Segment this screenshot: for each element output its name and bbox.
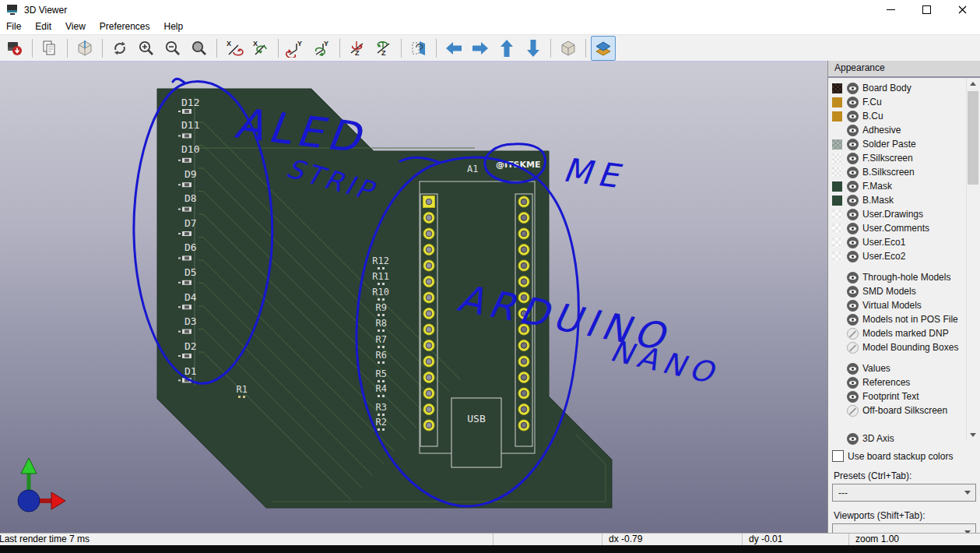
layer-row-bsilkscreen[interactable]: B.Silkscreen — [832, 165, 964, 179]
layer-row-user-comments[interactable]: User.Comments — [832, 221, 964, 235]
stackup-colors-option[interactable]: Use board stackup colors — [832, 450, 980, 462]
visibility-eye-icon[interactable] — [847, 83, 859, 94]
rotate-y-cw-button[interactable]: Y — [283, 36, 308, 61]
visibility-eye-icon[interactable] — [847, 153, 859, 164]
layer-row-adhesive[interactable]: Adhesive — [832, 123, 964, 137]
visibility-slash-icon[interactable] — [847, 405, 859, 417]
presets-dropdown[interactable]: --- — [832, 484, 976, 502]
visibility-eye-icon[interactable] — [847, 209, 859, 220]
model-row-bounding-boxes[interactable]: Model Bounding Boxes — [832, 340, 964, 354]
zoom-fit-button[interactable] — [187, 36, 212, 61]
stackup-checkbox[interactable] — [832, 450, 844, 462]
menu-help[interactable]: Help — [157, 19, 191, 34]
close-button[interactable] — [944, 0, 980, 19]
menu-file[interactable]: File — [0, 19, 28, 34]
move-up-button[interactable] — [494, 36, 519, 61]
row-3d-axis[interactable]: 3D Axis — [832, 431, 964, 446]
visibility-eye-icon[interactable] — [847, 314, 859, 326]
layer-color-swatch[interactable] — [832, 125, 842, 136]
visibility-eye-icon[interactable] — [847, 286, 859, 298]
layer-list-scrollbar[interactable] — [966, 78, 979, 441]
copy-image-button[interactable] — [37, 36, 62, 61]
scroll-up-button[interactable] — [967, 78, 979, 90]
orthographic-view-button[interactable] — [556, 36, 581, 61]
move-left-button[interactable] — [441, 36, 466, 61]
rotate-x-ccw-button[interactable]: X — [248, 36, 273, 61]
ref-d10: D10 — [181, 143, 199, 155]
zoom-in-button[interactable] — [134, 36, 159, 61]
visibility-eye-icon[interactable] — [847, 223, 859, 234]
visibility-eye-icon[interactable] — [847, 377, 859, 389]
minimize-button[interactable] — [873, 0, 908, 19]
visibility-eye-icon[interactable] — [847, 251, 859, 262]
scrollbar-thumb[interactable] — [968, 91, 978, 185]
appearance-layers-button[interactable] — [591, 36, 616, 61]
layer-row-user-drawings[interactable]: User.Drawings — [832, 207, 964, 221]
layer-color-swatch[interactable] — [832, 181, 842, 192]
zoom-out-button[interactable] — [160, 36, 185, 61]
visibility-eye-icon[interactable] — [847, 363, 859, 375]
layer-row-bmask[interactable]: B.Mask — [832, 193, 964, 207]
move-down-button[interactable] — [521, 36, 546, 61]
visibility-eye-icon[interactable] — [847, 181, 859, 192]
visibility-eye-icon[interactable] — [847, 167, 859, 178]
reload-board-button[interactable] — [2, 36, 27, 61]
layer-color-swatch[interactable] — [832, 167, 842, 178]
layer-row-fsilkscreen[interactable]: F.Silkscreen — [832, 151, 964, 165]
layer-color-swatch[interactable] — [832, 139, 842, 150]
layer-row-user-eco1[interactable]: User.Eco1 — [832, 235, 964, 249]
layer-color-swatch[interactable] — [832, 224, 842, 234]
layer-row-user-eco2[interactable]: User.Eco2 — [832, 249, 964, 263]
visibility-eye-icon[interactable] — [847, 195, 859, 206]
visibility-slash-icon[interactable] — [847, 342, 859, 354]
visibility-eye-icon[interactable] — [847, 139, 859, 150]
move-right-button[interactable] — [468, 36, 493, 61]
layer-color-swatch[interactable] — [832, 153, 842, 164]
text-row-footprint-text[interactable]: Footprint Text — [832, 389, 964, 403]
text-row-values[interactable]: Values — [832, 361, 964, 375]
3d-viewport[interactable]: D12 D11 D10 D9 D8 D7 D6 D5 D4 D3 D2 D1 R… — [0, 61, 827, 535]
menu-preferences[interactable]: Preferences — [93, 19, 157, 34]
visibility-eye-icon[interactable] — [847, 111, 859, 122]
rotate-z-cw-button[interactable]: Z — [345, 36, 370, 61]
layer-color-swatch[interactable] — [832, 97, 842, 107]
model-row-dnp[interactable]: Models marked DNP — [832, 326, 964, 340]
text-row-references[interactable]: References — [832, 375, 964, 389]
title-bar[interactable]: 3D Viewer — [0, 0, 980, 19]
model-row-not-in-pos[interactable]: Models not in POS File — [832, 312, 964, 326]
text-row-offboard-silkscreen[interactable]: Off-board Silkscreen — [832, 403, 964, 417]
layer-color-swatch[interactable] — [832, 238, 842, 248]
visibility-eye-icon[interactable] — [847, 300, 859, 312]
visibility-eye-icon[interactable] — [847, 272, 859, 284]
layer-row-fmask[interactable]: F.Mask — [832, 179, 964, 193]
model-row-virtual[interactable]: Virtual Models — [832, 298, 964, 312]
layer-color-swatch[interactable] — [832, 210, 842, 220]
refresh-view-button[interactable] — [107, 36, 132, 61]
visibility-eye-icon[interactable] — [847, 97, 859, 108]
visibility-slash-icon[interactable] — [847, 328, 859, 340]
flip-board-button[interactable] — [406, 36, 431, 61]
visibility-eye-icon[interactable] — [847, 433, 859, 445]
layer-row-bcu[interactable]: B.Cu — [832, 109, 964, 123]
visibility-eye-icon[interactable] — [847, 125, 859, 136]
visibility-eye-icon[interactable] — [847, 391, 859, 403]
menu-edit[interactable]: Edit — [28, 19, 58, 34]
layer-row-solder-paste[interactable]: Solder Paste — [832, 137, 964, 151]
maximize-button[interactable] — [908, 0, 944, 19]
layer-color-swatch[interactable] — [832, 252, 842, 262]
axis-cube-button[interactable] — [72, 36, 97, 61]
model-row-smd[interactable]: SMD Models — [832, 284, 964, 298]
layer-color-swatch[interactable] — [832, 111, 842, 122]
rotate-z-ccw-button[interactable]: Z — [371, 36, 396, 61]
zoom-status: zoom 1.00 — [849, 534, 980, 546]
visibility-eye-icon[interactable] — [847, 237, 859, 248]
menu-view[interactable]: View — [58, 19, 93, 34]
layer-row-board-body[interactable]: Board Body — [832, 81, 964, 95]
layer-row-fcu[interactable]: F.Cu — [832, 95, 964, 109]
rotate-y-ccw-button[interactable]: Y — [310, 36, 335, 61]
model-row-through-hole[interactable]: Through-hole Models — [832, 270, 964, 284]
layer-color-swatch[interactable] — [832, 195, 842, 206]
scroll-down-button[interactable] — [967, 429, 979, 441]
rotate-x-cw-button[interactable]: X — [222, 36, 247, 61]
layer-color-swatch[interactable] — [832, 83, 842, 93]
